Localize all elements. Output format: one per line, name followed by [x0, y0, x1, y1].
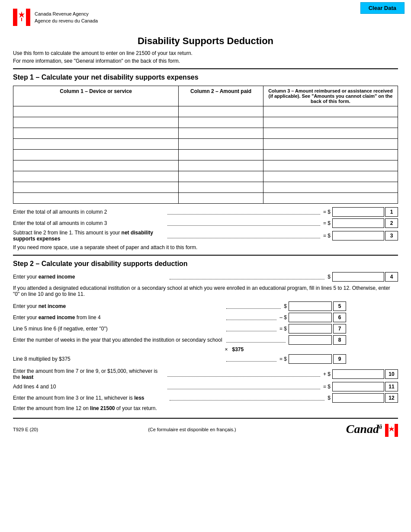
intro-line2: For more information, see "General infor… — [13, 58, 398, 64]
col1-input-8[interactable] — [17, 184, 175, 190]
line10-input-box[interactable] — [332, 369, 384, 379]
col2-cell-6[interactable] — [179, 160, 263, 171]
col3-input-9[interactable] — [267, 195, 394, 201]
col2-cell-5[interactable] — [179, 150, 263, 160]
col3-input-1[interactable] — [267, 109, 394, 115]
line2-input-box[interactable] — [332, 218, 384, 228]
col2-cell-2[interactable] — [179, 117, 263, 128]
col1-input-5[interactable] — [17, 152, 175, 158]
line5-row: Enter your net income $ 5 — [13, 301, 398, 311]
line6-minus: – $ — [279, 314, 287, 320]
col1-input-4[interactable] — [17, 141, 175, 147]
col1-cell-5[interactable] — [13, 150, 179, 160]
col3-cell-8[interactable] — [263, 182, 398, 193]
line11-equals: = $ — [323, 384, 331, 390]
col3-cell-5[interactable] — [263, 150, 398, 160]
line1-dots — [167, 209, 321, 215]
line10-input[interactable] — [334, 371, 384, 377]
col3-input-3[interactable] — [267, 130, 394, 136]
line7-label: Line 5 minus line 6 (if negative, enter … — [13, 326, 225, 332]
line10-dots — [167, 372, 321, 377]
col1-input-6[interactable] — [17, 163, 175, 169]
line12-input-box[interactable] — [332, 393, 384, 403]
col2-input-7[interactable] — [182, 173, 260, 179]
table-row — [13, 160, 398, 171]
col2-cell-1[interactable] — [179, 106, 263, 117]
line8-input-box[interactable] — [289, 335, 332, 345]
line6-input[interactable] — [291, 314, 331, 320]
line12-label: Enter the amount from line 3 or line 11,… — [13, 395, 168, 401]
clear-data-button[interactable]: Clear Data — [360, 2, 405, 14]
line2-number: 2 — [385, 218, 398, 228]
svg-rect-4 — [21, 18, 22, 21]
line4-input-box[interactable] — [332, 272, 384, 282]
col3-input-8[interactable] — [267, 184, 394, 190]
line3-input-box[interactable] — [332, 231, 384, 240]
col3-cell-9[interactable] — [263, 193, 398, 204]
canada-wordmark-icon — [385, 424, 398, 437]
col2-input-1[interactable] — [182, 109, 260, 115]
col2-cell-9[interactable] — [179, 193, 263, 204]
col2-input-3[interactable] — [182, 130, 260, 136]
col3-input-6[interactable] — [267, 163, 394, 169]
line2-input[interactable] — [334, 220, 384, 226]
col1-input-1[interactable] — [17, 109, 175, 115]
col1-cell-7[interactable] — [13, 171, 179, 182]
col1-cell-8[interactable] — [13, 182, 179, 193]
line1-input[interactable] — [334, 209, 384, 215]
table-row — [13, 117, 398, 128]
col3-input-4[interactable] — [267, 141, 394, 147]
col1-input-2[interactable] — [17, 119, 175, 125]
line8-input[interactable] — [291, 337, 331, 343]
multiplier-times: × — [225, 346, 228, 353]
line4-input[interactable] — [334, 274, 384, 280]
col3-cell-2[interactable] — [263, 117, 398, 128]
col1-cell-3[interactable] — [13, 128, 179, 139]
svg-rect-0 — [13, 9, 17, 26]
line1-input-box[interactable] — [332, 207, 384, 217]
col1-input-9[interactable] — [17, 195, 175, 201]
line2-label: Enter the total of all amounts in column… — [13, 220, 166, 226]
col3-input-2[interactable] — [267, 119, 394, 125]
col1-input-3[interactable] — [17, 130, 175, 136]
col1-cell-4[interactable] — [13, 139, 179, 150]
col3-input-7[interactable] — [267, 173, 394, 179]
col3-cell-7[interactable] — [263, 171, 398, 182]
col2-cell-4[interactable] — [179, 139, 263, 150]
col2-cell-8[interactable] — [179, 182, 263, 193]
line4-row: Enter your earned income $ 4 — [13, 272, 398, 282]
line11-input-box[interactable] — [332, 382, 384, 391]
line7-input[interactable] — [291, 326, 331, 332]
col3-cell-4[interactable] — [263, 139, 398, 150]
line3-equals: = $ — [323, 233, 331, 239]
col2-input-4[interactable] — [182, 141, 260, 147]
col3-cell-1[interactable] — [263, 106, 398, 117]
line5-dots — [226, 304, 281, 309]
col2-input-6[interactable] — [182, 163, 260, 169]
line5-input[interactable] — [291, 303, 331, 309]
line9-input-box[interactable] — [289, 354, 332, 364]
line3-input[interactable] — [334, 233, 384, 239]
col1-cell-2[interactable] — [13, 117, 179, 128]
line9-input[interactable] — [291, 356, 331, 362]
col2-cell-7[interactable] — [179, 171, 263, 182]
line6-bold: earned income — [39, 314, 75, 320]
col2-cell-3[interactable] — [179, 128, 263, 139]
col2-input-8[interactable] — [182, 184, 260, 190]
line5-input-box[interactable] — [289, 301, 332, 311]
col3-cell-3[interactable] — [263, 128, 398, 139]
line11-input[interactable] — [334, 384, 384, 390]
col1-input-7[interactable] — [17, 173, 175, 179]
col2-input-2[interactable] — [182, 119, 260, 125]
line7-input-box[interactable] — [289, 324, 332, 333]
col1-cell-9[interactable] — [13, 193, 179, 204]
col3-cell-6[interactable] — [263, 160, 398, 171]
col3-input-5[interactable] — [267, 152, 394, 158]
svg-rect-5 — [385, 424, 389, 437]
col1-cell-6[interactable] — [13, 160, 179, 171]
col1-cell-1[interactable] — [13, 106, 179, 117]
col2-input-5[interactable] — [182, 152, 260, 158]
col2-input-9[interactable] — [182, 195, 260, 201]
line6-input-box[interactable] — [289, 313, 332, 322]
line12-input[interactable] — [334, 395, 384, 401]
